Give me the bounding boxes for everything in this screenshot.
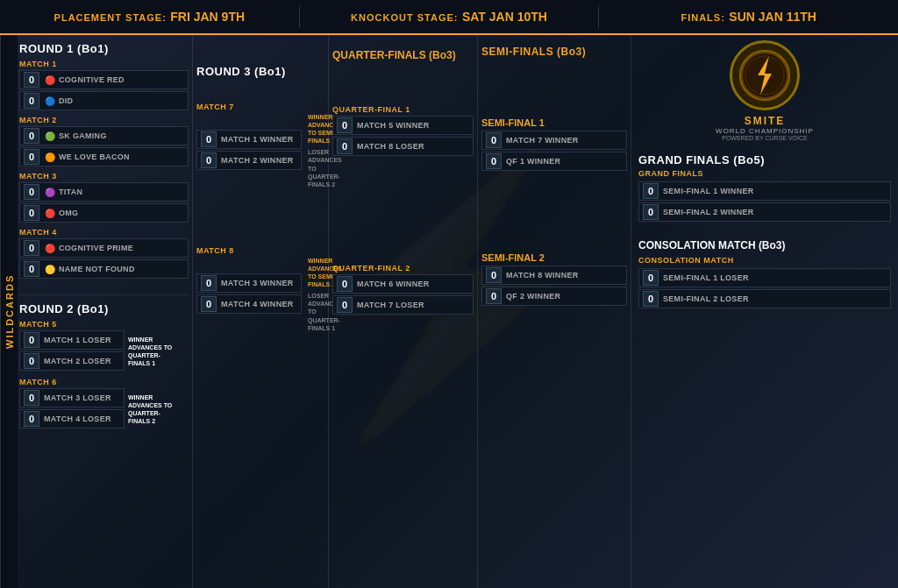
match2-label: MATCH 2 <box>19 116 189 124</box>
qf1-block: QUARTER-FINAL 1 0 MATCH 5 WINNER 0 MATCH… <box>332 101 474 158</box>
match5-team1-score: 0 <box>24 332 39 348</box>
gf-team2-score: 0 <box>643 204 659 220</box>
sf1-team2-row: 0 QF 1 WINNER <box>481 152 627 171</box>
match3-team2-name: OMG <box>59 209 78 217</box>
smite-logo-circle <box>730 40 800 110</box>
consolation-team2-row: 0 SEMI-FINAL 2 LOSER <box>638 289 891 308</box>
consolation-label: CONSOLATION MATCH <box>638 256 891 265</box>
gf-team2-name: SEMI-FINAL 2 WINNER <box>663 208 754 216</box>
match4-team2-score: 0 <box>24 261 39 277</box>
match1-label: MATCH 1 <box>19 60 189 68</box>
match3-team2-row: 0 🔴 OMG <box>19 203 189 223</box>
qf1-team1-row: 0 MATCH 5 WINNER <box>332 116 474 135</box>
match7-block: MATCH 7 0 MATCH 1 WINNER 0 MATCH 2 WINNE… <box>196 98 324 188</box>
grand-finals-label: GRAND FINALS <box>638 169 891 178</box>
qf2-team1-row: 0 MATCH 6 WINNER <box>332 274 474 294</box>
match4-team1-name: COGNITIVE PRIME <box>59 244 133 252</box>
match3-team2-icon: 🔴 <box>44 207 56 219</box>
consolation-team1-name: SEMI-FINAL 1 LOSER <box>663 273 749 282</box>
match1-team2-score: 0 <box>24 93 39 109</box>
bracket-container: PLACEMENT STAGE: FRI JAN 9TH KNOCKOUT ST… <box>0 0 898 588</box>
match4-label: MATCH 4 <box>19 228 189 237</box>
match6-connector: 0 MATCH 3 LOSER 0 MATCH 4 LOSER WINNER A… <box>19 388 189 430</box>
match3-team1-row: 0 🟣 TITAN <box>19 182 189 202</box>
qf2-team2-name: MATCH 7 LOSER <box>357 301 424 309</box>
placement-header: PLACEMENT STAGE: FRI JAN 9TH <box>0 5 300 28</box>
match1-team1-name: COGNITIVE RED <box>59 75 125 84</box>
match8-team1-score: 0 <box>201 275 217 291</box>
qf2-block: QUARTER-FINAL 2 0 MATCH 6 WINNER 0 MATCH… <box>332 259 474 316</box>
match1-team2-name: DID <box>59 96 73 105</box>
match3-team1-icon: 🟣 <box>44 186 56 198</box>
quarterfinals-column: QUARTER-FINALS (Bo3) QUARTER-FINAL 1 0 M… <box>329 35 478 588</box>
smite-title: SMITE <box>638 115 891 127</box>
gf-team1-score: 0 <box>643 183 659 199</box>
round3-column: ROUND 3 (Bo1) MATCH 7 0 MATCH 1 WINNER 0… <box>193 35 329 588</box>
match2-team2-icon: 🟠 <box>44 151 56 163</box>
match6-advance: WINNER ADVANCES TO QUARTER-FINALS 2 <box>128 393 181 425</box>
sf1-label: SEMI-FINAL 1 <box>481 117 627 128</box>
match5-team2-score: 0 <box>24 353 39 369</box>
qf2-team1-name: MATCH 6 WINNER <box>357 280 430 288</box>
knockout-label: KNOCKOUT STAGE: <box>351 12 458 23</box>
qf1-team1-name: MATCH 5 WINNER <box>357 121 430 130</box>
match7-label: MATCH 7 <box>196 103 324 111</box>
match8-team1-name: MATCH 3 WINNER <box>221 279 294 287</box>
sf2-label: SEMI-FINAL 2 <box>481 252 627 263</box>
match8-connector: 0 MATCH 3 WINNER 0 MATCH 4 WINNER WINNER… <box>196 257 324 332</box>
match7-team1-name: MATCH 1 WINNER <box>221 135 294 144</box>
sf2-team2-row: 0 QF 2 WINNER <box>481 287 627 306</box>
match7-team2-name: MATCH 2 WINNER <box>221 156 294 165</box>
match4-team1-row: 0 🔴 COGNITIVE PRIME <box>19 238 189 258</box>
qf1-team2-row: 0 MATCH 8 LOSER <box>332 137 474 156</box>
grand-finals-title: GRAND FINALS (Bo5) <box>638 153 891 166</box>
sf2-team1-name: MATCH 8 WINNER <box>506 271 579 280</box>
qf1-label: QUARTER-FINAL 1 <box>332 105 474 114</box>
match8-team2-score: 0 <box>201 296 217 312</box>
qf1-team2-score: 0 <box>337 138 353 154</box>
match7-team1-row: 0 MATCH 1 WINNER <box>196 130 302 149</box>
match6-team1-name: MATCH 3 LOSER <box>44 393 111 402</box>
header: PLACEMENT STAGE: FRI JAN 9TH KNOCKOUT ST… <box>0 0 898 35</box>
semifinals-column: SEMI-FINALS (Bo3) SEMI-FINAL 1 0 MATCH 7… <box>478 35 631 588</box>
match1-team2-row: 0 🔵 DID <box>19 91 189 110</box>
sf2-team2-score: 0 <box>486 288 502 304</box>
match2-team2-name: WE LOVE BACON <box>59 152 130 161</box>
match6-team1-score: 0 <box>24 390 39 406</box>
qf2-team2-score: 0 <box>337 297 353 313</box>
round3-title: ROUND 3 (Bo1) <box>196 65 324 78</box>
match7-team2-score: 0 <box>201 152 217 168</box>
match5-team1-row: 0 MATCH 1 LOSER <box>19 330 125 350</box>
match6-label: MATCH 6 <box>19 378 189 386</box>
round1-block: ROUND 1 (Bo1) MATCH 1 0 🔴 COGNITIVE RED … <box>19 39 189 284</box>
gf-team1-row: 0 SEMI-FINAL 1 WINNER <box>638 181 891 201</box>
sf2-team1-row: 0 MATCH 8 WINNER <box>481 266 627 285</box>
consolation-title: CONSOLATION MATCH (Bo3) <box>638 239 891 253</box>
match2-team2-score: 0 <box>24 149 39 165</box>
grand-finals-section: GRAND FINALS (Bo5) GRAND FINALS 0 SEMI-F… <box>638 150 891 223</box>
finals-label: FINALS: <box>681 12 724 23</box>
match5-label: MATCH 5 <box>19 320 189 329</box>
match7-team2-row: 0 MATCH 2 WINNER <box>196 151 302 170</box>
placement-date: FRI JAN 9TH <box>170 10 245 24</box>
finals-header: FINALS: SUN JAN 11TH <box>599 5 898 28</box>
sf2-block: SEMI-FINAL 2 0 MATCH 8 WINNER 0 QF 2 WIN… <box>481 248 627 308</box>
knockout-date: SAT JAN 10TH <box>462 10 547 24</box>
divider1 <box>19 294 189 295</box>
sf1-team2-name: QF 1 WINNER <box>506 157 560 166</box>
match3-team1-score: 0 <box>24 184 39 200</box>
match1-team1-score: 0 <box>24 72 39 88</box>
match4-team1-icon: 🔴 <box>44 242 56 254</box>
match2-team2-row: 0 🟠 WE LOVE BACON <box>19 147 189 166</box>
match5-advance: WINNER ADVANCES TO QUARTER-FINALS 1 <box>128 336 181 367</box>
round2-block: ROUND 2 (Bo1) MATCH 5 0 MATCH 1 LOSER 0 <box>19 299 189 436</box>
placement-label: PLACEMENT STAGE: <box>54 12 167 23</box>
main-content: WILDCARDS ROUND 1 (Bo1) MATCH 1 0 🔴 COGN… <box>0 35 898 588</box>
qf1-team1-score: 0 <box>337 117 353 133</box>
smite-subtitle: WORLD CHAMPIONSHIP <box>638 127 891 135</box>
sf1-team1-row: 0 MATCH 7 WINNER <box>481 131 627 150</box>
smite-logo: SMITE WORLD CHAMPIONSHIP POWERED BY CURS… <box>638 40 891 141</box>
match5-team2-name: MATCH 2 LOSER <box>44 357 111 365</box>
match4-team2-row: 0 🟡 NAME NOT FOUND <box>19 259 189 279</box>
round1-title: ROUND 1 (Bo1) <box>19 42 189 55</box>
